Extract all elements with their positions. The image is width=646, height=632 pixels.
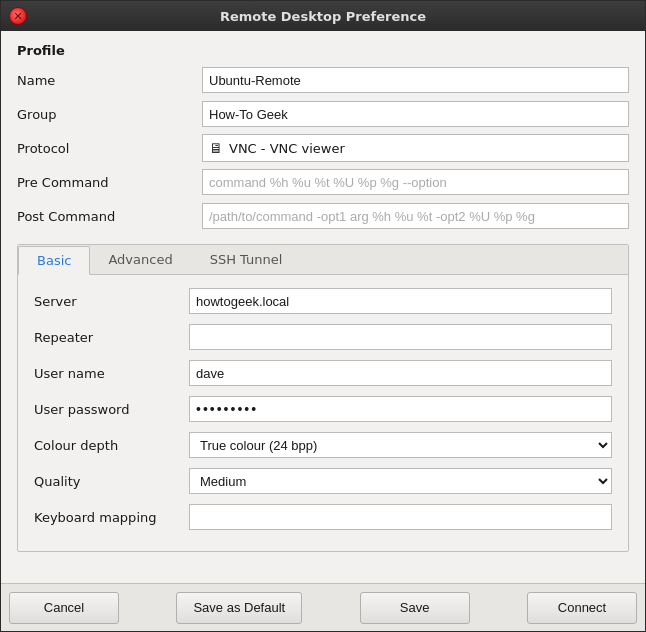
colour-depth-select[interactable]: True colour (24 bpp) High colour (15 bpp… <box>189 432 612 458</box>
pre-command-row: Pre Command <box>17 168 629 196</box>
connect-button[interactable]: Connect <box>527 592 637 624</box>
keyboard-label: Keyboard mapping <box>34 510 189 525</box>
pre-command-input[interactable] <box>202 169 629 195</box>
keyboard-row: Keyboard mapping <box>34 503 612 531</box>
post-command-label: Post Command <box>17 209 202 224</box>
tab-ssh-tunnel[interactable]: SSH Tunnel <box>192 246 302 275</box>
name-input[interactable] <box>202 67 629 93</box>
save-button[interactable]: Save <box>360 592 470 624</box>
main-content: Profile Name Group Protocol 🖥 VNC - VNC … <box>1 31 645 583</box>
protocol-label: Protocol <box>17 141 202 156</box>
post-command-input[interactable] <box>202 203 629 229</box>
repeater-input[interactable] <box>189 324 612 350</box>
colour-depth-label: Colour depth <box>34 438 189 453</box>
quality-select[interactable]: Medium Low High <box>189 468 612 494</box>
tabs-header: Basic Advanced SSH Tunnel <box>18 245 628 275</box>
profile-section-title: Profile <box>17 43 629 58</box>
quality-row: Quality Medium Low High <box>34 467 612 495</box>
main-window: ✕ Remote Desktop Preference Profile Name… <box>0 0 646 632</box>
pre-command-label: Pre Command <box>17 175 202 190</box>
tabs-container: Basic Advanced SSH Tunnel Server Repeate… <box>17 244 629 552</box>
server-input[interactable] <box>189 288 612 314</box>
save-default-button[interactable]: Save as Default <box>176 592 302 624</box>
password-input[interactable] <box>189 396 612 422</box>
tab-advanced[interactable]: Advanced <box>90 246 191 275</box>
server-label: Server <box>34 294 189 309</box>
footer: Cancel Save as Default Save Connect <box>1 583 645 631</box>
keyboard-input[interactable] <box>189 504 612 530</box>
cancel-button[interactable]: Cancel <box>9 592 119 624</box>
password-row: User password <box>34 395 612 423</box>
basic-tab-content: Server Repeater User name User password <box>18 275 628 551</box>
name-label: Name <box>17 73 202 88</box>
name-row: Name <box>17 66 629 94</box>
tab-basic[interactable]: Basic <box>18 246 90 275</box>
protocol-select[interactable]: 🖥 VNC - VNC viewer <box>202 134 629 162</box>
repeater-label: Repeater <box>34 330 189 345</box>
repeater-row: Repeater <box>34 323 612 351</box>
username-row: User name <box>34 359 612 387</box>
group-row: Group <box>17 100 629 128</box>
protocol-value: VNC - VNC viewer <box>229 141 345 156</box>
server-row: Server <box>34 287 612 315</box>
username-input[interactable] <box>189 360 612 386</box>
quality-label: Quality <box>34 474 189 489</box>
colour-depth-row: Colour depth True colour (24 bpp) High c… <box>34 431 612 459</box>
password-label: User password <box>34 402 189 417</box>
post-command-row: Post Command <box>17 202 629 230</box>
group-label: Group <box>17 107 202 122</box>
titlebar: ✕ Remote Desktop Preference <box>1 1 645 31</box>
close-button[interactable]: ✕ <box>9 7 27 25</box>
protocol-icon: 🖥 <box>209 140 223 156</box>
username-label: User name <box>34 366 189 381</box>
window-title: Remote Desktop Preference <box>35 9 611 24</box>
protocol-row: Protocol 🖥 VNC - VNC viewer <box>17 134 629 162</box>
group-input[interactable] <box>202 101 629 127</box>
